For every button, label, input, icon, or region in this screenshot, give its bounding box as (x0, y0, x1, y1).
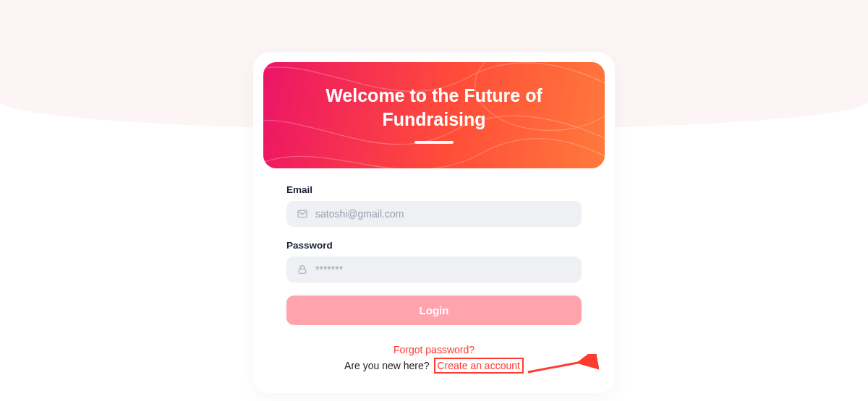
password-input-wrap[interactable] (286, 256, 582, 283)
mail-icon (297, 208, 308, 220)
svg-rect-2 (299, 269, 305, 273)
create-account-link[interactable]: Create an account (434, 358, 524, 374)
hero-underline (414, 141, 454, 144)
links-section: Forgot password? Are you new here? Creat… (286, 344, 582, 371)
email-input[interactable] (315, 208, 571, 220)
email-input-wrap[interactable] (286, 201, 582, 227)
hero-title: Welcome to the Future of Fundraising (281, 84, 587, 131)
password-input[interactable] (315, 264, 571, 275)
login-button[interactable]: Login (286, 296, 582, 325)
forgot-password-link[interactable]: Forgot password? (393, 344, 475, 355)
password-label: Password (286, 240, 582, 251)
login-card: Welcome to the Future of Fundraising Ema… (253, 52, 615, 393)
lock-icon (297, 264, 308, 275)
email-label: Email (286, 184, 582, 195)
hero-banner: Welcome to the Future of Fundraising (263, 62, 605, 168)
login-form: Email Password Login Forgot password (263, 168, 605, 371)
new-here-row: Are you new here? Create an account (286, 360, 582, 371)
new-here-text: Are you new here? (344, 360, 430, 371)
